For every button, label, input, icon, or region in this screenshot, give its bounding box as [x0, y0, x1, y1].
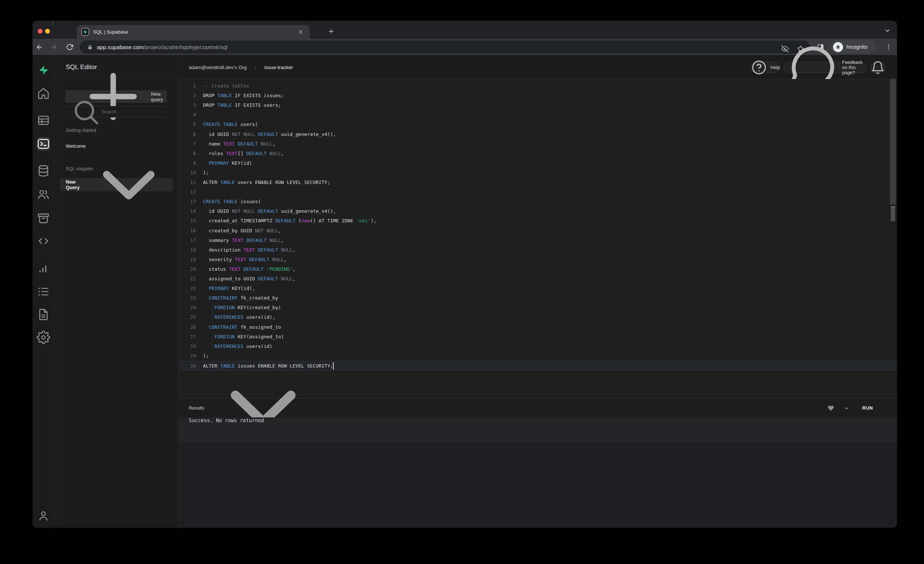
maximize-window-button[interactable] — [52, 21, 53, 25]
results-dropdown[interactable]: Results — [189, 398, 319, 418]
tab-title: SQL | Supabase — [93, 25, 128, 39]
rail-item-database[interactable] — [37, 164, 50, 178]
code-text: summary TEXT DEFAULT NULL, — [203, 236, 284, 245]
code-line[interactable]: 23 CONSTRAINT fk_created_by — [178, 293, 897, 303]
code-text: PRIMARY KEY(id), — [203, 284, 255, 293]
favorite-heart-icon[interactable] — [828, 405, 834, 411]
close-window-button[interactable] — [38, 29, 42, 34]
sidebar-item-label: New Query — [66, 179, 85, 190]
run-button[interactable]: RUN — [862, 398, 873, 418]
code-line[interactable]: 4 — [178, 110, 897, 120]
code-line[interactable]: 28 REFERENCES users(id) — [178, 342, 897, 351]
code-line[interactable]: 3DROP TABLE IF EXISTS users; — [178, 100, 897, 110]
sidebar-item-welcome[interactable]: Welcome — [66, 143, 86, 149]
new-tab-button[interactable] — [327, 28, 335, 35]
code-line[interactable]: 1-- Create tables — [178, 81, 897, 91]
code-line[interactable]: 6 id UUID NOT NULL DEFAULT uuid_generate… — [178, 130, 897, 139]
feedback-button[interactable]: Feedback on this page? — [783, 62, 867, 73]
web-content: SQL Editor New query Getting started Wel… — [33, 55, 897, 528]
rail-item-docs[interactable] — [37, 308, 50, 321]
code-text: REFERENCES users(id), — [203, 313, 275, 322]
line-number: 14 — [178, 206, 196, 216]
line-number: 22 — [178, 284, 196, 293]
code-line[interactable]: 11ALTER TABLE users ENABLE ROW LEVEL SEC… — [178, 178, 897, 187]
rail-item-sql-editor[interactable] — [37, 137, 50, 151]
tab-search-chevron-icon[interactable] — [884, 27, 891, 34]
rail-item-edge-functions[interactable] — [37, 234, 50, 248]
browser-menu-kebab-icon[interactable] — [885, 43, 892, 51]
editor-scrollbar-thumb[interactable] — [890, 79, 896, 205]
code-text: roles TEXT[] DEFAULT NULL, — [203, 149, 284, 159]
code-line[interactable]: 17 summary TEXT DEFAULT NULL, — [178, 236, 897, 245]
browser-tab[interactable]: SQL | Supabase — [77, 25, 310, 39]
code-line[interactable]: 21 assigned_to UUID DEFAULT NULL, — [178, 274, 897, 284]
code-text: DROP TABLE IF EXISTS users; — [203, 100, 281, 110]
forward-button[interactable] — [50, 43, 58, 51]
code-line[interactable]: 22 PRIMARY KEY(id), — [178, 284, 897, 293]
code-line[interactable]: 25 REFERENCES users(id), — [178, 313, 897, 322]
search-icon — [66, 96, 98, 128]
results-empty-area — [178, 443, 897, 528]
line-number: 30 — [178, 361, 196, 371]
rail-item-account[interactable] — [37, 509, 50, 523]
close-tab-icon[interactable] — [297, 29, 304, 35]
feedback-button-label: Feedback on this page? — [842, 60, 867, 75]
breadcrumb-project[interactable]: issue-tracker — [264, 64, 293, 70]
code-line[interactable]: 18 description TEXT DEFAULT NULL, — [178, 245, 897, 255]
supabase-logo-icon[interactable] — [39, 65, 49, 75]
code-line[interactable]: 26 CONSTRAINT fk_assigned_to — [178, 322, 897, 332]
line-number: 12 — [178, 187, 196, 197]
code-line[interactable]: 2DROP TABLE IF EXISTS issues; — [178, 91, 897, 100]
help-button[interactable]: Help — [750, 62, 780, 73]
url-text: app.supabase.com/project/azahtnhqohyjerz… — [97, 40, 228, 54]
rail-item-settings[interactable] — [37, 331, 50, 344]
run-options-chevron-icon[interactable] — [844, 405, 849, 411]
sidebar-item-new-query[interactable]: New Query — [60, 178, 173, 191]
code-line[interactable]: 13CREATE TABLE issues( — [178, 197, 897, 206]
code-text: id UUID NOT NULL DEFAULT uuid_generate_v… — [203, 130, 336, 139]
code-line[interactable]: 19 severity TEXT DEFAULT NULL, — [178, 255, 897, 265]
breadcrumb-org[interactable]: adam@windmill.dev's Org — [189, 64, 247, 70]
sql-code-editor[interactable]: 1-- Create tables2DROP TABLE IF EXISTS i… — [178, 79, 897, 398]
notifications-button[interactable] — [870, 62, 885, 73]
rail-item-reports[interactable] — [37, 262, 50, 275]
rail-item-auth[interactable] — [37, 188, 50, 201]
rail-item-storage[interactable] — [37, 211, 50, 225]
line-number: 23 — [178, 293, 196, 303]
code-line[interactable]: 15 created_at TIMESTAMPTZ DEFAULT (now()… — [178, 216, 897, 226]
line-number: 26 — [178, 322, 196, 332]
code-line[interactable]: 8 roles TEXT[] DEFAULT NULL, — [178, 149, 897, 159]
code-line[interactable]: 16 created_by UUID NOT NULL, — [178, 226, 897, 236]
line-number: 27 — [178, 332, 196, 342]
line-number: 9 — [178, 159, 196, 168]
code-line[interactable]: 14 id UUID NOT NULL DEFAULT uuid_generat… — [178, 206, 897, 216]
address-bar[interactable]: app.supabase.com/project/azahtnhqohyjerz… — [80, 40, 810, 54]
browser-window: SQL | Supabase app.supabase.com/project/… — [33, 21, 897, 528]
code-line[interactable]: 27 FOREIGN KEY(assigned_to) — [178, 332, 897, 342]
code-line[interactable]: 24 FOREIGN KEY(created_by) — [178, 303, 897, 313]
code-line[interactable]: 7 name TEXT DEFAULT NULL, — [178, 139, 897, 149]
results-utility-bar: Results RUN — [178, 398, 897, 417]
code-line[interactable]: 20 status TEXT DEFAULT 'PENDING', — [178, 265, 897, 274]
code-line[interactable]: 12 — [178, 187, 897, 197]
line-number: 11 — [178, 178, 196, 187]
reload-button[interactable] — [66, 43, 74, 51]
code-line[interactable]: 10); — [178, 168, 897, 178]
line-number: 5 — [178, 120, 196, 129]
code-text: DROP TABLE IF EXISTS issues; — [203, 91, 284, 100]
search-input[interactable] — [101, 109, 166, 115]
url-path: /project/azahtnhqohyjerzaxtmk/sql — [144, 44, 228, 50]
code-line[interactable]: 5CREATE TABLE users( — [178, 120, 897, 129]
code-line[interactable]: 9 PRIMARY KEY(id) — [178, 159, 897, 168]
rail-item-logs[interactable] — [37, 285, 50, 298]
minimize-window-button[interactable] — [45, 29, 50, 34]
back-button[interactable] — [36, 43, 43, 51]
rail-item-home[interactable] — [37, 87, 50, 100]
line-number: 2 — [178, 91, 196, 100]
rail-item-table-editor[interactable] — [37, 114, 50, 127]
line-number: 20 — [178, 265, 196, 274]
chevron-down-icon[interactable] — [85, 141, 173, 229]
line-number: 8 — [178, 149, 196, 159]
results-dropdown-label: Results — [189, 405, 204, 411]
code-text: CREATE TABLE issues( — [203, 197, 261, 206]
